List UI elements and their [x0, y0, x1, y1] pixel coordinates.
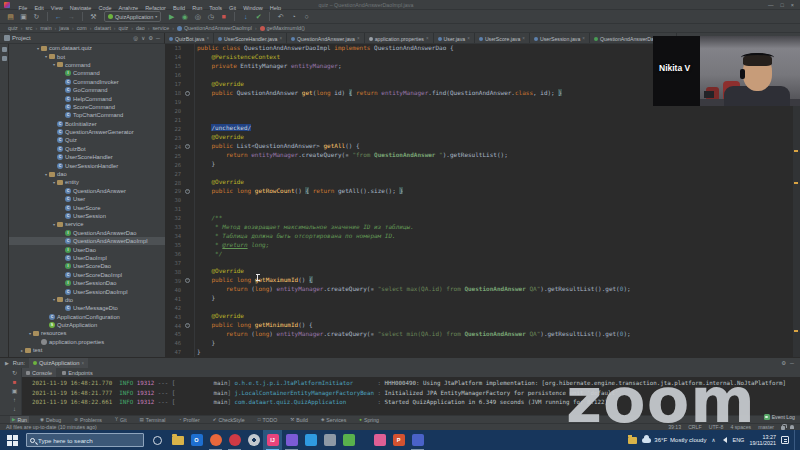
tree-item-resources[interactable]: ▾resources — [9, 329, 165, 337]
taskbar-browser-firefox[interactable] — [206, 430, 225, 450]
project-tree[interactable]: ▾com.dataart.quiz▾bot▾commandICommandCCo… — [9, 44, 165, 357]
taskbar-intellij-idea[interactable]: IJ — [263, 430, 282, 450]
code-line[interactable]: 20 — [165, 107, 793, 116]
tree-item-userscoredaoimpl[interactable]: CUserScoreDaoImpl — [9, 271, 165, 279]
taskbar-browser-red[interactable] — [225, 430, 244, 450]
code-line[interactable]: 41 } — [165, 294, 793, 303]
tab-application-properties[interactable]: application.properties× — [365, 33, 434, 44]
tree-item-usersession[interactable]: CUserSession — [9, 212, 165, 220]
tree-item-dto[interactable]: ▾dto — [9, 296, 165, 304]
code-line[interactable]: 37 — [165, 259, 793, 268]
tab-userscore-java[interactable]: UserScore.java× — [475, 33, 530, 44]
tree-item-command[interactable]: ICommand — [9, 69, 165, 77]
taskbar-teams[interactable] — [408, 430, 427, 450]
tree-item-questionandanswer[interactable]: CQuestionAndAnswer — [9, 187, 165, 195]
taskbar-app-blue-vscode[interactable] — [301, 430, 320, 450]
override-gutter-icon[interactable]: ↑ — [181, 189, 194, 194]
git-commit-icon[interactable]: ✔ — [253, 11, 264, 22]
breadcrumb-item-quiz[interactable]: quiz — [119, 25, 129, 31]
tray-folder-icon[interactable] — [628, 437, 637, 444]
code-line[interactable]: 29↑ public long getRowCount() { return g… — [165, 187, 793, 196]
dump-icon[interactable]: ▣ — [12, 387, 18, 395]
start-button[interactable] — [4, 432, 20, 448]
code-line[interactable]: 34 * Таблица должна быть отсортирована п… — [165, 232, 793, 241]
code-line[interactable]: 45 return (long) entityManager.createQue… — [165, 330, 793, 339]
code-line[interactable]: 42 — [165, 303, 793, 312]
tree-item-quizbot[interactable]: CQuizBot — [9, 145, 165, 153]
taskbar-app-orange-powerpoint[interactable]: P — [389, 430, 408, 450]
override-gutter-icon[interactable]: ↑ — [181, 144, 194, 149]
code-line[interactable]: 31 — [165, 205, 793, 214]
tree-item-questionandanswerdao[interactable]: IQuestionAndAnswerDao — [9, 229, 165, 237]
breadcrumb-item-getmaximumid[interactable]: getMaximumId() — [260, 25, 305, 31]
cortana-icon[interactable] — [153, 436, 162, 445]
tree-item-test[interactable]: ▸test — [9, 346, 165, 354]
warning-mark[interactable] — [794, 182, 798, 184]
tab-quizbot-java[interactable]: QuizBot.java× — [165, 33, 214, 44]
warning-mark[interactable] — [794, 150, 798, 152]
tree-item-usermessagedto[interactable]: CUserMessageDto — [9, 304, 165, 312]
code-line[interactable]: 32 /** — [165, 214, 793, 223]
tab-console[interactable]: Console — [22, 368, 56, 377]
rerun-icon[interactable]: ↻ — [12, 369, 17, 377]
tree-item-questionandanswerdaoimpl[interactable]: CQuestionAndAnswerDaoImpl — [9, 237, 165, 245]
close-button[interactable]: × — [791, 2, 794, 8]
taskbar-clock[interactable]: 13:27 19/11/2021 — [749, 434, 776, 447]
taskbar-app-pink[interactable] — [370, 430, 389, 450]
stop-icon[interactable]: ■ — [13, 378, 17, 386]
tab-endpoints[interactable]: Endpoints — [58, 368, 96, 377]
stop-icon[interactable]: ■ — [218, 11, 229, 22]
override-gutter-icon[interactable]: ↑ — [181, 278, 194, 283]
breadcrumb-item-quiz[interactable]: quiz — [8, 25, 18, 31]
tree-item-scorecommand[interactable]: CScoreCommand — [9, 103, 165, 111]
tab-userscorehandler-java[interactable]: UserScoreHandler.java× — [214, 33, 287, 44]
sync-icon[interactable]: ↻ — [31, 11, 42, 22]
close-icon[interactable]: × — [522, 36, 525, 41]
warning-mark[interactable] — [794, 330, 798, 332]
override-gutter-icon[interactable]: ↑ — [181, 323, 194, 328]
code-line[interactable]: 25 return entityManager.createQuery(▪ "f… — [165, 151, 793, 160]
breadcrumb-item-questionandanswerdaoimpl[interactable]: QuestionAndAnswerDaoImpl — [177, 25, 252, 31]
tree-item-usersessiondaoimpl[interactable]: CUserSessionDaoImpl — [9, 287, 165, 295]
run-config-selector[interactable]: QuizApplication▾ — [104, 11, 161, 22]
taskbar-outlook[interactable]: O — [187, 430, 206, 450]
collapse-all-icon[interactable]: ∨ — [141, 35, 145, 41]
tree-item-helpcommand[interactable]: CHelpCommand — [9, 94, 165, 102]
breadcrumb-item-com[interactable]: com — [77, 25, 87, 31]
run-icon[interactable]: ▶ — [166, 11, 177, 22]
tree-item-quiz[interactable]: CQuiz — [9, 136, 165, 144]
taskbar-search[interactable] — [26, 433, 144, 447]
debug-icon[interactable]: ◉ — [179, 11, 190, 22]
locate-icon[interactable]: ◎ — [133, 35, 138, 41]
tree-item-userscorehandler[interactable]: CUserScoreHandler — [9, 153, 165, 161]
down-stack-icon[interactable]: ↓ — [13, 405, 16, 413]
close-icon[interactable]: × — [206, 36, 209, 41]
up-stack-icon[interactable]: ↑ — [13, 396, 16, 404]
taskbar-app-gray-word[interactable] — [320, 430, 339, 450]
code-line[interactable]: 28 @Override — [165, 178, 793, 187]
breadcrumb-item-java[interactable]: java — [59, 25, 69, 31]
breadcrumb-item-main[interactable]: main — [40, 25, 51, 31]
close-icon[interactable]: × — [357, 36, 360, 41]
code-line[interactable]: 35 * @return long; — [165, 241, 793, 250]
tree-item-applicationconfiguration[interactable]: CApplicationConfiguration — [9, 313, 165, 321]
maximize-button[interactable]: □ — [780, 2, 783, 8]
git-update-icon[interactable]: ↓ — [240, 11, 251, 22]
search-input[interactable] — [38, 437, 138, 444]
code-line[interactable]: 43 @Override — [165, 312, 793, 321]
code-line[interactable]: 36 */ — [165, 250, 793, 259]
settings-icon[interactable]: ⚙ — [148, 35, 153, 41]
history-icon[interactable]: ◔ — [288, 11, 299, 22]
project-tool-icon[interactable] — [2, 47, 7, 52]
breadcrumb-item-service[interactable]: service — [152, 25, 169, 31]
profiler-icon[interactable]: ◷ — [205, 11, 216, 22]
tree-item-entity[interactable]: ▾entity — [9, 178, 165, 186]
taskbar-app-green-notepad[interactable] — [339, 430, 358, 450]
code-line[interactable]: 22 /unchecked/ — [165, 124, 793, 133]
code-line[interactable]: 33 * Метод возвращает максимальное значе… — [165, 223, 793, 232]
hidden-icons-chevron[interactable]: ∧ — [711, 437, 715, 443]
tree-item-dao[interactable]: ▾dao — [9, 170, 165, 178]
action-center-icon[interactable] — [781, 436, 789, 444]
hide-panel-icon[interactable]: ─ — [156, 35, 160, 41]
tree-item-userdao[interactable]: IUserDao — [9, 245, 165, 253]
